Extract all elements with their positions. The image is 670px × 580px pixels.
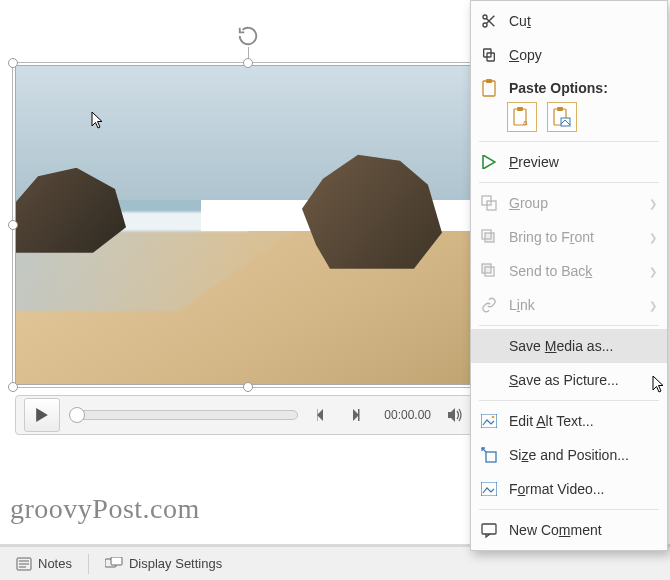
- menu-cut-label: Cut: [509, 13, 657, 29]
- link-icon: [479, 295, 499, 315]
- context-menu: Cut Copy Paste Options: a Preview Group: [470, 0, 668, 551]
- svg-marker-0: [36, 408, 48, 422]
- menu-preview-label: Preview: [509, 154, 657, 170]
- group-icon: [479, 193, 499, 213]
- chevron-right-icon: ❯: [649, 198, 657, 209]
- svg-rect-37: [481, 482, 497, 496]
- menu-save-media-as[interactable]: Save Media as...: [471, 329, 667, 363]
- svg-point-12: [483, 15, 487, 19]
- chevron-right-icon: ❯: [649, 300, 657, 311]
- paste-picture[interactable]: [547, 102, 577, 132]
- copy-icon: [479, 45, 499, 65]
- menu-edit-alt-text[interactable]: Edit Alt Text...: [471, 404, 667, 438]
- svg-rect-38: [482, 524, 496, 534]
- svg-point-13: [483, 23, 487, 27]
- menu-send-to-back-label: Send to Back: [509, 263, 639, 279]
- notes-button[interactable]: Notes: [6, 552, 82, 575]
- blank-icon: [479, 336, 499, 356]
- menu-group-label: Group: [509, 195, 639, 211]
- paste-options-label: Paste Options:: [509, 80, 608, 96]
- menu-cut[interactable]: Cut: [471, 4, 667, 38]
- video-object[interactable]: [15, 65, 480, 385]
- format-video-icon: [479, 479, 499, 499]
- seek-track[interactable]: [70, 410, 298, 420]
- svg-rect-2: [317, 409, 318, 421]
- size-position-icon: [479, 445, 499, 465]
- paste-keep-formatting[interactable]: a: [507, 102, 537, 132]
- chevron-right-icon: ❯: [649, 266, 657, 277]
- svg-rect-24: [557, 107, 563, 111]
- menu-send-to-back: Send to Back ❯: [471, 254, 667, 288]
- alt-text-icon: [479, 411, 499, 431]
- menu-paste-options: Paste Options:: [471, 72, 667, 100]
- svg-text:a: a: [523, 118, 528, 127]
- svg-rect-4: [358, 409, 360, 421]
- display-settings-label: Display Settings: [129, 556, 222, 571]
- svg-rect-11: [111, 557, 122, 565]
- menu-link: Link ❯: [471, 288, 667, 322]
- svg-marker-5: [448, 408, 455, 422]
- chevron-right-icon: ❯: [649, 232, 657, 243]
- notes-label: Notes: [38, 556, 72, 571]
- menu-copy[interactable]: Copy: [471, 38, 667, 72]
- svg-rect-29: [485, 233, 494, 242]
- comment-icon: [479, 520, 499, 540]
- svg-rect-18: [483, 81, 495, 96]
- media-controls: 00:00.00: [15, 395, 480, 435]
- svg-marker-1: [317, 409, 323, 421]
- clipboard-icon: [479, 78, 499, 98]
- play-icon: [479, 152, 499, 172]
- menu-new-comment[interactable]: New Comment: [471, 513, 667, 547]
- menu-save-media-as-label: Save Media as...: [509, 338, 657, 354]
- menu-preview[interactable]: Preview: [471, 145, 667, 179]
- menu-group: Group ❯: [471, 186, 667, 220]
- menu-size-and-position[interactable]: Size and Position...: [471, 438, 667, 472]
- menu-save-as-picture[interactable]: Save as Picture...: [471, 363, 667, 397]
- menu-new-comment-label: New Comment: [509, 522, 657, 538]
- menu-bring-to-front-label: Bring to Front: [509, 229, 639, 245]
- play-button[interactable]: [24, 398, 60, 432]
- display-settings-button[interactable]: Display Settings: [95, 552, 232, 575]
- watermark: groovyPost.com: [10, 493, 200, 525]
- svg-rect-35: [486, 452, 496, 462]
- menu-size-and-position-label: Size and Position...: [509, 447, 657, 463]
- menu-copy-label: Copy: [509, 47, 657, 63]
- svg-rect-33: [481, 414, 497, 428]
- seek-thumb[interactable]: [69, 407, 85, 423]
- step-forward-button[interactable]: [344, 400, 374, 430]
- blank-icon: [479, 370, 499, 390]
- send-to-back-icon: [479, 261, 499, 281]
- svg-rect-19: [486, 79, 492, 83]
- bring-to-front-icon: [479, 227, 499, 247]
- time-display: 00:00.00: [380, 408, 435, 422]
- menu-link-label: Link: [509, 297, 639, 313]
- svg-marker-26: [483, 155, 495, 169]
- menu-format-video-label: Format Video...: [509, 481, 657, 497]
- svg-rect-21: [517, 107, 523, 111]
- svg-rect-31: [482, 264, 491, 273]
- menu-edit-alt-text-label: Edit Alt Text...: [509, 413, 657, 429]
- menu-save-as-picture-label: Save as Picture...: [509, 372, 657, 388]
- video-thumbnail[interactable]: [15, 65, 480, 385]
- svg-point-34: [492, 416, 495, 419]
- step-back-button[interactable]: [308, 400, 338, 430]
- scissors-icon: [479, 11, 499, 31]
- volume-button[interactable]: [441, 400, 471, 430]
- menu-bring-to-front: Bring to Front ❯: [471, 220, 667, 254]
- menu-format-video[interactable]: Format Video...: [471, 472, 667, 506]
